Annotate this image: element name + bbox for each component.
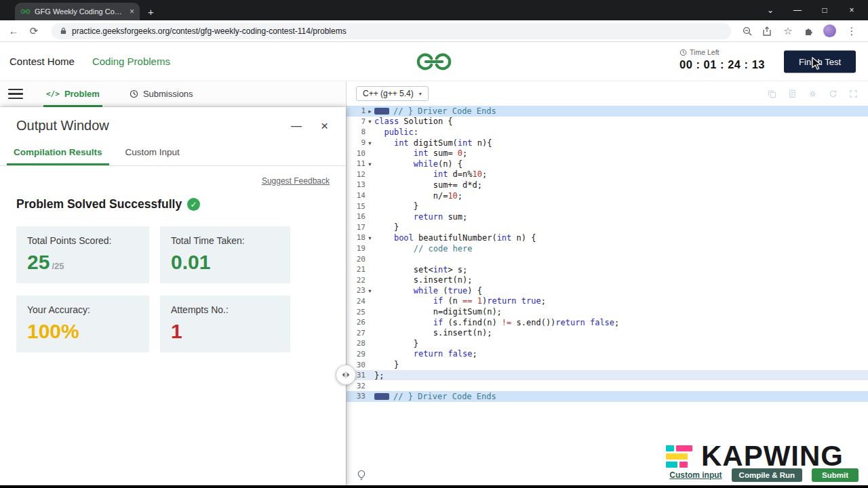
stat-value: 1 bbox=[171, 321, 279, 342]
code-line[interactable]: 23▾ while (true) { bbox=[347, 285, 868, 296]
stat-card: Total Time Taken:0.01 bbox=[160, 226, 290, 283]
browser-tab[interactable]: GFG Weekly Coding Contest - 1 × bbox=[15, 3, 140, 20]
nav-coding-problems[interactable]: Coding Problems bbox=[92, 56, 170, 67]
site-header: Contest Home Coding Problems Time Left 0… bbox=[0, 42, 868, 81]
code-line[interactable]: 1▸// } Driver Code Ends bbox=[347, 106, 868, 117]
code-line[interactable]: 12 int d=n%10; bbox=[347, 169, 868, 180]
stat-label: Your Accuracy: bbox=[27, 304, 138, 315]
code-line[interactable]: 16 return sum; bbox=[347, 211, 868, 222]
share-icon[interactable] bbox=[762, 26, 772, 37]
code-line[interactable]: 33// } Driver Code Ends bbox=[347, 391, 868, 402]
kapwing-watermark: KAPWING bbox=[666, 442, 844, 470]
window-maximize-icon[interactable]: □ bbox=[811, 5, 838, 15]
code-line[interactable]: 28 } bbox=[347, 338, 868, 349]
bookmark-star-icon[interactable]: ☆ bbox=[781, 25, 795, 37]
fold-toggle-icon[interactable]: ▸ bbox=[366, 108, 374, 115]
minimize-icon[interactable]: — bbox=[291, 120, 302, 132]
suggest-feedback-link[interactable]: Suggest Feedback bbox=[262, 176, 330, 186]
code-text: int digitSum(int n){ bbox=[374, 138, 868, 148]
code-line[interactable]: 7▾class Solution { bbox=[347, 117, 868, 127]
settings-gear-icon[interactable] bbox=[808, 89, 818, 99]
zoom-icon[interactable] bbox=[742, 26, 753, 37]
code-line[interactable]: 22 s.insert(n); bbox=[347, 275, 868, 286]
code-line[interactable]: 14 n/=10; bbox=[347, 190, 868, 201]
time-left-label: Time Left bbox=[690, 48, 719, 56]
line-number: 10 bbox=[347, 149, 366, 158]
reload-icon[interactable]: ⟳ bbox=[27, 25, 41, 37]
browser-menu-icon[interactable]: ⋮ bbox=[845, 25, 859, 37]
code-line[interactable]: 15 } bbox=[347, 201, 868, 211]
code-line[interactable]: 32 bbox=[347, 380, 868, 391]
back-icon[interactable]: ← bbox=[7, 25, 20, 37]
tab-custom-input[interactable]: Custom Input bbox=[119, 142, 186, 165]
code-line[interactable]: 9▾ int digitSum(int n){ bbox=[347, 138, 868, 148]
code-line[interactable]: 24 if (n == 1)return true; bbox=[347, 296, 868, 307]
tab-problem-label: Problem bbox=[64, 89, 100, 99]
new-tab-button[interactable]: + bbox=[148, 7, 154, 17]
fold-toggle-icon[interactable]: ▾ bbox=[366, 140, 374, 146]
hamburger-menu-icon[interactable] bbox=[8, 89, 23, 100]
code-line[interactable]: 31}; bbox=[347, 370, 868, 381]
close-icon[interactable]: × bbox=[321, 119, 328, 134]
code-area[interactable]: 1▸// } Driver Code Ends7▾class Solution … bbox=[347, 106, 868, 465]
code-text: int d=n%10; bbox=[374, 169, 868, 179]
editor-toolbar: C++ (g++ 5.4) ▾ bbox=[347, 81, 868, 106]
clock-icon bbox=[679, 49, 687, 56]
code-line[interactable]: 25 n=digitSum(n); bbox=[347, 306, 868, 317]
tab-submissions[interactable]: Submissions bbox=[130, 89, 193, 99]
reset-code-icon[interactable] bbox=[828, 89, 838, 99]
code-line[interactable]: 18▾ bool beautifulNumber(int n) { bbox=[347, 232, 868, 243]
fullscreen-icon[interactable] bbox=[848, 89, 859, 99]
code-line[interactable]: 10 int sum= 0; bbox=[347, 148, 868, 159]
fold-toggle-icon[interactable]: ▾ bbox=[366, 161, 374, 167]
code-text: sum+= d*d; bbox=[374, 180, 868, 190]
line-number: 28 bbox=[347, 339, 366, 348]
window-minimize-icon[interactable]: — bbox=[784, 5, 811, 15]
site-nav: Contest Home Coding Problems bbox=[9, 42, 170, 81]
code-line[interactable]: 19 // code here bbox=[347, 243, 868, 254]
tab-close-icon[interactable]: × bbox=[130, 7, 134, 16]
code-line[interactable]: 13 sum+= d*d; bbox=[347, 180, 868, 190]
code-line[interactable]: 27 s.insert(n); bbox=[347, 327, 868, 338]
code-lines: 1▸// } Driver Code Ends7▾class Solution … bbox=[347, 106, 868, 402]
copy-icon[interactable] bbox=[767, 89, 777, 99]
gfg-logo bbox=[415, 52, 453, 71]
output-window-title: Output Window bbox=[16, 118, 291, 134]
format-code-icon[interactable] bbox=[787, 89, 797, 99]
panel-resize-handle[interactable] bbox=[336, 365, 356, 385]
lightbulb-icon[interactable] bbox=[356, 470, 367, 481]
code-line[interactable]: 11▾ while(n) { bbox=[347, 159, 868, 169]
time-left-row: Time Left bbox=[679, 48, 765, 56]
window-close-icon[interactable]: × bbox=[838, 5, 865, 15]
collapsed-code-widget[interactable] bbox=[374, 393, 389, 400]
code-line[interactable]: 8 public: bbox=[347, 127, 868, 138]
line-number: 25 bbox=[347, 308, 366, 317]
fold-toggle-icon[interactable]: ▾ bbox=[366, 118, 374, 125]
collapsed-code-widget[interactable] bbox=[374, 108, 389, 115]
url-text: practice.geeksforgeeks.org/contest/gfg-w… bbox=[72, 26, 347, 36]
code-line[interactable]: 20 bbox=[347, 253, 868, 264]
code-text: n=digitSum(n); bbox=[374, 307, 868, 317]
tab-problem[interactable]: </> Problem bbox=[43, 81, 102, 107]
code-editor-panel: C++ (g++ 5.4) ▾ bbox=[346, 81, 868, 485]
address-bar[interactable]: practice.geeksforgeeks.org/contest/gfg-w… bbox=[52, 23, 731, 39]
stat-card: Total Points Scored:25/25 bbox=[16, 226, 149, 283]
code-line[interactable]: 21 set<int> s; bbox=[347, 264, 868, 275]
tab-search-chevron-icon[interactable]: ⌄ bbox=[757, 5, 784, 15]
nav-contest-home[interactable]: Contest Home bbox=[9, 56, 75, 67]
extensions-puzzle-icon[interactable] bbox=[804, 26, 814, 37]
code-text: } bbox=[374, 222, 868, 232]
editor-toolbar-icons bbox=[767, 89, 859, 99]
custom-input-link[interactable]: Custom input bbox=[669, 470, 722, 480]
line-number: 1 bbox=[347, 106, 366, 115]
profile-avatar[interactable] bbox=[823, 24, 836, 37]
tab-compilation-results[interactable]: Compilation Results bbox=[7, 142, 109, 165]
code-line[interactable]: 26 if (s.find(n) != s.end())return false… bbox=[347, 317, 868, 328]
language-select[interactable]: C++ (g++ 5.4) ▾ bbox=[356, 86, 429, 101]
code-text: if (n == 1)return true; bbox=[374, 296, 868, 306]
fold-toggle-icon[interactable]: ▾ bbox=[366, 287, 374, 294]
code-line[interactable]: 17 } bbox=[347, 222, 868, 233]
fold-toggle-icon[interactable]: ▾ bbox=[366, 235, 374, 241]
code-line[interactable]: 29 return false; bbox=[347, 349, 868, 360]
code-line[interactable]: 30 } bbox=[347, 359, 868, 370]
